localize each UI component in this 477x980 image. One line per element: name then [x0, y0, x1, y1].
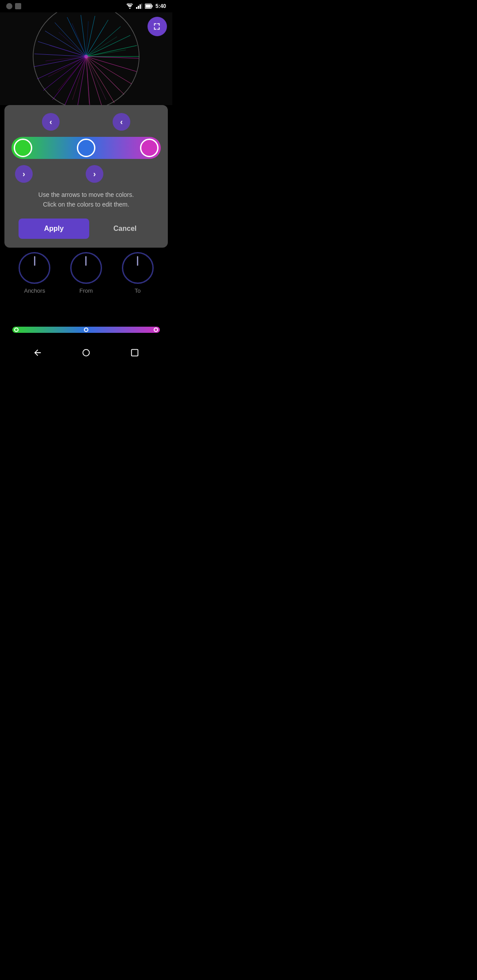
- signal-icon: [136, 4, 142, 9]
- svg-line-11: [86, 26, 121, 57]
- recents-icon: [130, 348, 140, 358]
- status-bar: 5:40: [0, 0, 172, 12]
- svg-rect-5: [145, 5, 151, 8]
- svg-point-48: [83, 349, 90, 356]
- svg-line-44: [86, 57, 89, 104]
- left-chevron-icon-1: ‹: [49, 117, 52, 127]
- svg-line-10: [86, 35, 130, 57]
- anchors-knob[interactable]: [19, 252, 50, 284]
- left-chevron-icon-2: ‹: [120, 117, 123, 127]
- navigation-bar: [0, 342, 172, 364]
- right-arrow-icon-1: ›: [23, 170, 25, 179]
- svg-line-25: [77, 57, 86, 105]
- svg-line-30: [86, 57, 132, 84]
- svg-rect-2: [140, 4, 141, 9]
- svg-rect-49: [132, 349, 138, 356]
- svg-line-33: [86, 50, 126, 57]
- back-button[interactable]: [30, 345, 45, 360]
- svg-line-28: [86, 57, 114, 103]
- circle-icon: [6, 3, 12, 9]
- thumb-blue[interactable]: [77, 139, 95, 157]
- back-icon: [33, 348, 42, 358]
- svg-line-38: [59, 32, 86, 57]
- knob-controls: Anchors From To: [0, 248, 172, 300]
- left-chevron-button-1[interactable]: ‹: [42, 113, 60, 131]
- svg-rect-3: [141, 4, 142, 9]
- top-arrows-row: ‹ ‹: [11, 113, 161, 131]
- svg-line-34: [86, 37, 117, 57]
- to-knob[interactable]: [122, 252, 154, 284]
- instructions-line1: Use the arrows to move the colors.: [11, 190, 161, 200]
- from-label: From: [80, 287, 93, 294]
- to-knob-container: To: [122, 252, 154, 294]
- left-chevron-button-2[interactable]: ‹: [113, 113, 130, 131]
- expand-icon: [152, 22, 162, 31]
- status-left-icons: [6, 3, 21, 9]
- square-icon: [15, 3, 21, 9]
- svg-line-9: [86, 45, 137, 57]
- svg-line-20: [34, 57, 86, 67]
- from-knob-container: From: [70, 252, 102, 294]
- home-icon: [81, 348, 91, 358]
- svg-line-35: [86, 27, 104, 57]
- spacer: [0, 300, 172, 327]
- apply-button[interactable]: Apply: [19, 219, 89, 239]
- svg-line-27: [86, 57, 102, 105]
- cancel-button[interactable]: Cancel: [96, 219, 154, 239]
- thumb-pink[interactable]: [140, 139, 159, 157]
- svg-rect-0: [136, 7, 137, 9]
- bar-dot-mid[interactable]: [84, 328, 88, 332]
- spirograph-visual: [29, 12, 144, 105]
- svg-line-21: [37, 57, 86, 79]
- battery-icon: [145, 4, 153, 9]
- svg-line-45: [86, 57, 106, 100]
- canvas-area: [0, 12, 172, 105]
- gradient-slider[interactable]: [11, 137, 161, 159]
- to-label: To: [135, 287, 141, 294]
- recents-button[interactable]: [127, 345, 142, 360]
- svg-line-23: [53, 57, 86, 100]
- expand-button[interactable]: [148, 17, 167, 36]
- svg-line-41: [48, 57, 86, 77]
- right-arrow-icon-2: ›: [93, 170, 96, 179]
- bar-dot-left[interactable]: [14, 328, 19, 332]
- bottom-arrows-row: › ›: [11, 165, 161, 183]
- from-knob[interactable]: [70, 252, 102, 284]
- right-arrow-button-1[interactable]: ›: [15, 165, 33, 183]
- anchors-label: Anchors: [24, 287, 45, 294]
- color-dialog: ‹ ‹ › › Use the arrows to move the color…: [4, 105, 168, 248]
- instructions-line2: Click on the colors to edit them.: [11, 200, 161, 209]
- status-right-icons: 5:40: [126, 3, 166, 9]
- svg-rect-1: [138, 6, 139, 9]
- svg-point-47: [84, 55, 88, 58]
- svg-line-43: [72, 57, 86, 100]
- svg-line-16: [55, 23, 86, 57]
- right-arrow-button-2[interactable]: ›: [86, 165, 103, 183]
- bottom-bar-container: [0, 327, 172, 342]
- anchors-knob-container: Anchors: [19, 252, 50, 294]
- bottom-gradient-bar[interactable]: [12, 327, 160, 333]
- svg-line-40: [45, 57, 86, 61]
- dialog-buttons: Apply Cancel: [11, 219, 161, 239]
- bar-dot-right[interactable]: [154, 328, 158, 332]
- svg-rect-6: [151, 5, 152, 8]
- thumb-green[interactable]: [14, 139, 32, 157]
- home-button[interactable]: [79, 345, 94, 360]
- time-display: 5:40: [155, 3, 166, 9]
- svg-line-22: [43, 57, 86, 90]
- wifi-icon: [126, 4, 133, 9]
- svg-line-42: [58, 57, 86, 90]
- svg-line-32: [86, 57, 139, 58]
- instructions-text: Use the arrows to move the colors. Click…: [11, 190, 161, 210]
